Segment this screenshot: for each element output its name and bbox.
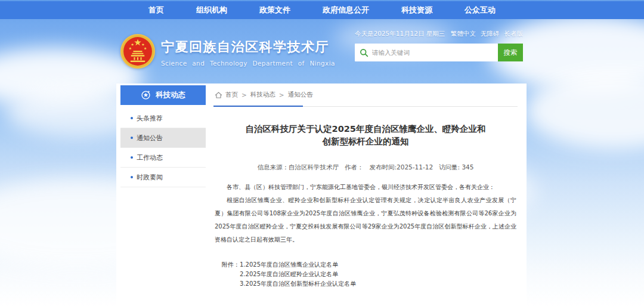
top-navigation: 首页 组织机构 政策文件 政府信息公开 科技资源 公众互动 <box>0 1 644 19</box>
header-right: 今天是2025年11月12日 星期三 繁體中文 无障碍 长者版 <box>355 30 523 61</box>
search-button[interactable]: 搜索 <box>498 44 523 61</box>
sidebar-menu-item[interactable]: 头条推荐 <box>120 109 206 128</box>
attachment-link[interactable]: 2.2025年度自治区瞪羚企业认定名单 <box>240 270 356 279</box>
search-bar: 搜索 <box>355 44 523 61</box>
sidebar-title: 科技动态 <box>156 90 185 100</box>
sidebar-menu-item[interactable]: 工作动态 <box>120 148 206 168</box>
site-logo-block[interactable]: 宁夏回族自治区科学技术厅 Science and Technology Depa… <box>120 33 335 69</box>
search-box <box>355 44 498 61</box>
breadcrumb: 首页 > 科技动态 > 通知公告 > <box>213 86 518 106</box>
breadcrumb-underline <box>213 106 303 107</box>
article-paragraph: 各市、县（区）科技管理部门，宁东能源化工基地管委会，银川经济技术开发区管委会，各… <box>215 181 516 194</box>
sidebar-menu-label: 时政要闻 <box>137 173 163 182</box>
lang-link[interactable]: 繁體中文 <box>451 30 476 38</box>
page: 首页 组织机构 政策文件 政府信息公开 科技资源 公众互动 <box>0 0 644 306</box>
site-title-block: 宁夏回族自治区科学技术厅 Science and Technology Depa… <box>161 33 335 67</box>
article-paragraph: 根据自治区雏鹰企业、瞪羚企业和创新型标杆企业认定管理有关规定，决定认定半亩良人农… <box>215 194 516 246</box>
nav-item[interactable]: 首页 <box>148 5 164 16</box>
home-icon <box>215 91 222 99</box>
sidebar-menu-item[interactable]: 时政要闻 <box>120 168 206 187</box>
sidebar-menu-item[interactable]: 通知公告 <box>120 128 206 148</box>
attachments-label: 附件： <box>222 260 240 289</box>
bullet-icon <box>131 117 133 119</box>
breadcrumb-item: 通知公告 > <box>288 91 313 99</box>
site-title: 宁夏回族自治区科学技术厅 <box>161 38 335 56</box>
sidebar-menu: 头条推荐 通知公告 工作动态 时政要闻 <box>120 109 206 187</box>
nav-item[interactable]: 组织机构 <box>196 5 227 16</box>
breadcrumb-link[interactable]: 科技动态 <box>250 91 275 99</box>
date-row: 今天是2025年11月12日 星期三 繁體中文 无障碍 长者版 <box>355 30 523 38</box>
attachments: 附件： 1.2025年度自治区雏鹰企业认定名单 2.2025年度自治区瞪羚企业认… <box>213 260 518 289</box>
tech-news-icon <box>141 90 151 100</box>
search-icon <box>360 48 369 57</box>
breadcrumb-item: 首页 > <box>225 91 250 99</box>
sidebar-menu-label: 工作动态 <box>137 153 163 162</box>
date-text: 今天是2025年11月12日 星期三 <box>355 30 445 38</box>
breadcrumb-separator: > <box>242 91 247 98</box>
breadcrumb-rule <box>213 106 518 107</box>
nav-item[interactable]: 科技资源 <box>401 5 432 16</box>
attachment-link[interactable]: 3.2025年度自治区创新型标杆企业认定名单 <box>240 279 356 289</box>
breadcrumb-link[interactable]: 通知公告 <box>288 91 313 99</box>
breadcrumb-items: 首页 > 科技动态 > 通知公告 > <box>225 91 313 99</box>
lang-links: 繁體中文 无障碍 长者版 <box>451 30 523 38</box>
breadcrumb-item: 科技动态 > <box>250 91 288 99</box>
sidebar-menu-label: 通知公告 <box>137 134 163 143</box>
sidebar-header: 科技动态 <box>120 85 206 105</box>
attachment-list: 1.2025年度自治区雏鹰企业认定名单 2.2025年度自治区瞪羚企业认定名单 … <box>240 260 356 289</box>
article-meta: 信息来源：自治区科学技术厅作者：发布时间:2025-11-12访问量: 345 <box>213 163 518 172</box>
nav-items: 首页 组织机构 政策文件 政府信息公开 科技资源 公众互动 <box>0 1 644 19</box>
lang-link[interactable]: 长者版 <box>504 30 524 38</box>
meta-published: 发布时间:2025-11-12 <box>370 163 434 171</box>
nav-item[interactable]: 公众互动 <box>465 5 496 16</box>
bullet-icon <box>131 156 133 159</box>
article-body: 各市、县（区）科技管理部门，宁东能源化工基地管委会，银川经济技术开发区管委会，各… <box>213 181 518 246</box>
lang-link[interactable]: 无障碍 <box>481 30 500 38</box>
national-emblem-icon <box>120 33 156 69</box>
site-subtitle: Science and Technology Department of Nin… <box>161 60 335 67</box>
meta-author: 作者： <box>345 163 364 171</box>
breadcrumb-link[interactable]: 首页 <box>225 91 238 99</box>
bullet-icon <box>131 176 133 178</box>
search-input[interactable] <box>372 49 493 56</box>
bullet-icon <box>131 137 133 139</box>
breadcrumb-separator: > <box>279 91 284 98</box>
attachment-link[interactable]: 1.2025年度自治区雏鹰企业认定名单 <box>240 260 356 270</box>
content-card: 科技动态 头条推荐 通知公告 工作动态 <box>116 84 527 306</box>
article-title: 自治区科技厅关于认定2025年度自治区雏鹰企业、瞪羚企业和创新型标杆企业的通知 <box>243 123 488 148</box>
nav-item[interactable]: 政府信息公开 <box>323 5 369 16</box>
article: 首页 > 科技动态 > 通知公告 > <box>213 86 518 289</box>
sidebar-menu-label: 头条推荐 <box>137 114 163 123</box>
meta-views: 访问量: 345 <box>439 163 473 171</box>
sidebar: 科技动态 头条推荐 通知公告 工作动态 <box>120 85 206 187</box>
meta-source: 信息来源：自治区科学技术厅 <box>258 163 339 171</box>
nav-item[interactable]: 政策文件 <box>259 5 290 16</box>
site-header: 宁夏回族自治区科学技术厅 Science and Technology Depa… <box>0 19 644 84</box>
